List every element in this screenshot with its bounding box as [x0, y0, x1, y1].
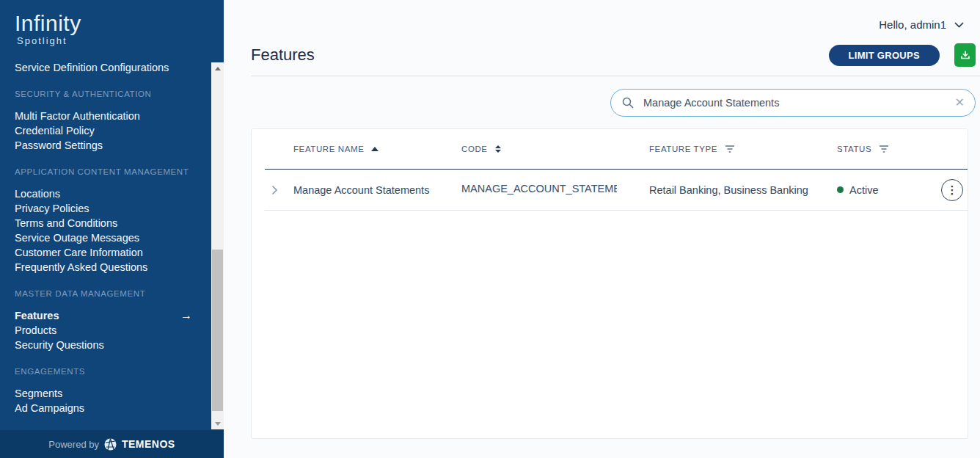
filter-icon[interactable] [879, 145, 889, 153]
sidebar-item-segments[interactable]: Segments [15, 386, 211, 401]
sidebar-section-security-authentication: SECURITY & AUTHENTICATION [15, 90, 211, 98]
sidebar-footer: Powered by TEMENOS [0, 430, 224, 458]
scrollbar-up-button[interactable] [211, 62, 224, 74]
greeting-label: Hello, admin1 [879, 18, 946, 31]
cell-code: MANAGE_ACCOUNT_STATEMENTS [461, 183, 649, 197]
title-divider [251, 76, 980, 76]
arrow-right-icon: → [180, 308, 192, 323]
sidebar-item-frequently-asked-questions[interactable]: Frequently Asked Questions [15, 260, 211, 275]
filter-icon[interactable] [725, 145, 735, 153]
sidebar-item-credential-policy[interactable]: Credential Policy [15, 123, 211, 138]
cell-feature-type: Retail Banking, Business Banking [649, 184, 837, 196]
logo-infinity: Infinity [15, 12, 224, 35]
sidebar-item-security-questions[interactable]: Security Questions [15, 338, 211, 352]
sidebar-section-application-content-management: APPLICATION CONTENT MANAGEMENT [15, 167, 211, 176]
download-icon [959, 49, 971, 61]
sort-ascending-icon[interactable] [371, 147, 379, 151]
cell-feature-name: Manage Account Statements [293, 184, 461, 196]
sidebar-item-label: Features [15, 308, 59, 323]
table-row[interactable]: Manage Account Statements MANAGE_ACCOUNT… [252, 170, 968, 210]
sidebar-item-service-outage-messages[interactable]: Service Outage Messages [15, 230, 211, 245]
sidebar-item-privacy-policies[interactable]: Privacy Policies [15, 201, 211, 216]
user-menu[interactable]: Hello, admin1 [879, 18, 964, 31]
status-dot [837, 186, 844, 193]
sidebar-item-features[interactable]: Features → [15, 308, 211, 323]
sidebar-item-terms-and-conditions[interactable]: Terms and Conditions [15, 216, 211, 230]
cell-status: Active [837, 184, 941, 196]
scroll-down-icon [215, 422, 221, 426]
temenos-brand-label: TEMENOS [122, 438, 175, 450]
column-header-code[interactable]: CODE [461, 145, 649, 153]
column-header-feature-type[interactable]: FEATURE TYPE [649, 145, 837, 153]
logo-spotlight: Spotlight [17, 35, 224, 46]
row-actions-button[interactable]: ⋮ [941, 179, 963, 201]
sidebar-item-customer-care-information[interactable]: Customer Care Information [15, 245, 211, 260]
sidebar-item-service-definition-configurations[interactable]: Service Definition Configurations [15, 60, 211, 75]
scroll-up-icon [215, 67, 221, 70]
download-button[interactable] [954, 43, 976, 67]
app-logo: Infinity Spotlight [0, 0, 224, 46]
table-header-row: FEATURE NAME CODE FEATURE TYPE STATUS [252, 129, 968, 169]
sidebar-section-master-data-management: MASTER DATA MANAGEMENT [15, 289, 211, 298]
row-expander[interactable] [252, 185, 293, 195]
temenos-logo-icon [104, 438, 117, 451]
sort-icon[interactable] [495, 145, 501, 153]
table-row-divider [265, 210, 968, 211]
features-table: FEATURE NAME CODE FEATURE TYPE STATUS [251, 128, 968, 439]
sidebar-item-multi-factor-authentication[interactable]: Multi Factor Authentication [15, 109, 211, 123]
chevron-down-icon [954, 22, 964, 28]
search-input[interactable] [642, 96, 948, 109]
sidebar-section-engagements: ENGAGEMENTS [15, 367, 211, 376]
kebab-icon: ⋮ [947, 183, 958, 197]
sidebar-item-locations[interactable]: Locations [15, 186, 211, 201]
clear-search-icon[interactable]: ✕ [955, 97, 965, 109]
search-icon [621, 96, 635, 109]
column-header-status[interactable]: STATUS [837, 145, 941, 153]
column-header-feature-name[interactable]: FEATURE NAME [293, 145, 461, 153]
sidebar-item-products[interactable]: Products [15, 323, 211, 338]
search-box: ✕ [610, 89, 976, 117]
sidebar-nav: Service Definition Configurations SECURI… [15, 55, 211, 430]
page-title: Features [251, 46, 315, 65]
sidebar-item-password-settings[interactable]: Password Settings [15, 138, 211, 153]
scrollbar-down-button[interactable] [211, 418, 224, 429]
status-label: Active [849, 184, 879, 196]
sidebar-item-ad-campaigns[interactable]: Ad Campaigns [15, 401, 211, 415]
scrollbar-thumb[interactable] [212, 250, 223, 411]
cell-actions: ⋮ [941, 179, 963, 201]
sidebar-scrollbar[interactable] [211, 62, 224, 429]
limit-groups-button[interactable]: LIMIT GROUPS [829, 45, 940, 66]
sidebar: Infinity Spotlight Service Definition Co… [0, 0, 224, 458]
powered-by-label: Powered by [48, 439, 99, 450]
chevron-right-icon [271, 185, 278, 195]
main-content: Hello, admin1 Features LIMIT GROUPS ✕ FE… [224, 0, 980, 458]
